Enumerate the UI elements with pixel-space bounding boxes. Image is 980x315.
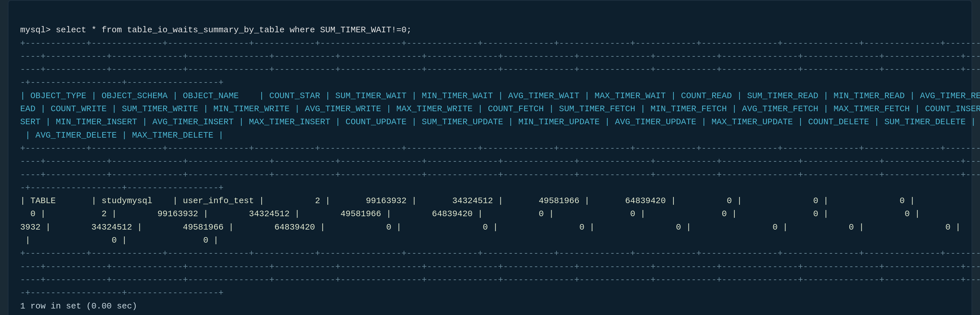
header-line-4: | AVG_TIMER_DELETE | MAX_TIMER_DELETE |: [20, 130, 223, 140]
header-line-3: SERT | MIN_TIMER_INSERT | AVG_TIMER_INSE…: [20, 117, 980, 127]
sep-line-9: +------------+--------------+-----------…: [20, 248, 980, 258]
sep-line-2: ----+------------+--------------+-------…: [20, 51, 980, 61]
sep-line-7: ----+------------+--------------+-------…: [20, 170, 980, 180]
sep-line-8: -+------------------+------------------+: [20, 183, 223, 193]
header-line-1: | OBJECT_TYPE | OBJECT_SCHEMA | OBJECT_N…: [20, 91, 980, 101]
data-line-2: 0 | 2 | 99163932 | 34324512 | 49581966 |…: [20, 209, 980, 219]
data-line-3: 3932 | 34324512 | 49581966 | 64839420 | …: [20, 222, 980, 232]
sep-line-10: ----+------------+--------------+-------…: [20, 262, 980, 272]
sep-line-1: +------------+--------------+-----------…: [20, 38, 980, 48]
sep-line-6: ----+------------+--------------+-------…: [20, 157, 980, 166]
sep-line-5: +------------+--------------+-----------…: [20, 144, 980, 153]
data-line-1: | TABLE | studymysql | user_info_test | …: [20, 196, 980, 206]
command-line: mysql> select * from table_io_waits_summ…: [20, 25, 412, 35]
sep-line-4: -+------------------+------------------+: [20, 78, 223, 87]
result-line: 1 row in set (0.00 sec): [20, 301, 137, 311]
terminal-window: mysql> select * from table_io_waits_summ…: [8, 0, 972, 315]
sep-line-12: -+------------------+------------------+: [20, 288, 223, 298]
header-line-2: EAD | COUNT_WRITE | SUM_TIMER_WRITE | MI…: [20, 104, 980, 114]
terminal-content: mysql> select * from table_io_waits_summ…: [20, 10, 960, 315]
data-line-4: | 0 | 0 |: [20, 235, 219, 245]
sep-line-11: ----+------------+--------------+-------…: [20, 275, 980, 285]
sep-line-3: ----+------------+--------------+-------…: [20, 65, 980, 74]
